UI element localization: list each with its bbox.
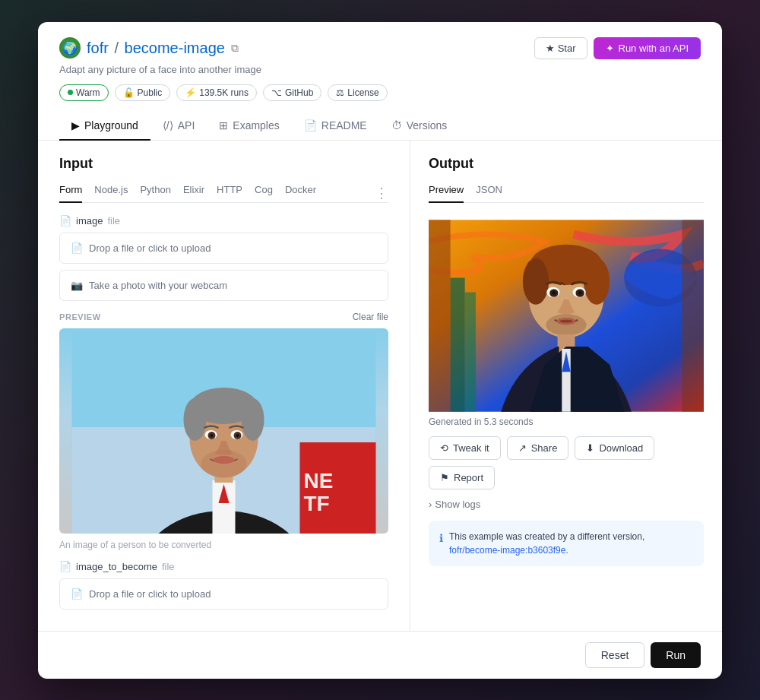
output-title: Output	[429, 156, 704, 172]
bottom-bar: Reset Run	[38, 631, 722, 679]
badge-github[interactable]: ⌥ GitHub	[263, 84, 321, 101]
reset-button[interactable]: Reset	[585, 642, 645, 668]
title-row: 🌍 fofr / become-image ⧉	[59, 37, 239, 59]
svg-rect-25	[451, 277, 465, 411]
download-icon: ⬇	[586, 442, 594, 454]
tab-api[interactable]: ⟨/⟩ API	[150, 112, 207, 141]
subtab-docker[interactable]: Docker	[285, 184, 316, 203]
badge-warm[interactable]: Warm	[59, 84, 109, 101]
input-panel: Input Form Node.js Python Elixir HTTP	[38, 141, 410, 631]
header-actions: ★ Star ✦ Run with an API	[534, 37, 701, 59]
subtab-cog[interactable]: Cog	[255, 184, 273, 203]
tab-examples[interactable]: ⊞ Examples	[207, 112, 291, 141]
clear-file-button[interactable]: Clear file	[353, 312, 388, 322]
runs-icon: ⚡	[185, 87, 196, 98]
input-sub-tabs: Form Node.js Python Elixir HTTP Cog	[59, 184, 388, 203]
tweak-icon: ⟲	[440, 442, 448, 454]
report-button[interactable]: ⚑ Report	[429, 466, 495, 489]
svg-point-30	[584, 258, 610, 304]
badge-runs[interactable]: ⚡ 139.5K runs	[176, 84, 257, 101]
globe-icon: 🌍	[59, 37, 81, 59]
playground-icon: ▶	[71, 119, 80, 131]
sub-tabs-right: ⋮	[375, 184, 388, 202]
subtab-python[interactable]: Python	[140, 184, 170, 203]
webcam-box[interactable]: 📷 Take a photo with your webcam	[59, 270, 388, 301]
svg-point-8	[184, 398, 207, 441]
action-buttons: ⟲ Tweak it ↗ Share ⬇ Download ⚑ Report	[429, 436, 704, 489]
public-icon: 🔓	[123, 87, 135, 98]
svg-point-39	[546, 314, 586, 336]
repo-owner[interactable]: fofr	[87, 40, 109, 56]
star-button[interactable]: ★ Star	[534, 37, 587, 59]
svg-rect-23	[429, 220, 451, 411]
svg-text:NE: NE	[304, 469, 334, 493]
file-field-icon: 📄	[59, 215, 71, 226]
image-to-become-label: 📄 image_to_become file	[59, 561, 388, 572]
svg-point-35	[552, 291, 556, 295]
info-box: ℹ This example was created by a differen…	[429, 521, 704, 566]
badge-public[interactable]: 🔓 Public	[115, 84, 171, 101]
subtab-form[interactable]: Form	[59, 184, 82, 203]
share-button[interactable]: ↗ Share	[507, 436, 569, 460]
repo-title: fofr / become-image	[87, 40, 225, 57]
svg-point-15	[236, 434, 239, 437]
share-icon: ↗	[518, 442, 527, 454]
image-field-label: 📄 image file	[59, 215, 388, 226]
header: 🌍 fofr / become-image ⧉ ★ Star ✦ Run wit…	[38, 22, 722, 141]
badge-warm-label: Warm	[76, 87, 100, 98]
badges-row: Warm 🔓 Public ⚡ 139.5K runs ⌥ GitHub ⚖ L…	[59, 84, 701, 101]
header-top: 🌍 fofr / become-image ⧉ ★ Star ✦ Run wit…	[59, 37, 701, 59]
api-icon: ✦	[606, 43, 614, 54]
svg-point-9	[242, 398, 264, 441]
badge-public-label: Public	[138, 87, 163, 98]
input-title: Input	[59, 156, 388, 172]
image-upload-box[interactable]: 📄 Drop a file or click to upload	[59, 233, 388, 264]
content-area: Input Form Node.js Python Elixir HTTP	[38, 141, 722, 631]
output-subtab-json[interactable]: JSON	[476, 184, 502, 203]
upload-file-icon2: 📄	[71, 588, 83, 600]
tab-playground[interactable]: ▶ Playground	[59, 112, 150, 141]
tab-readme[interactable]: 📄 README	[292, 112, 379, 141]
output-sub-tabs: Preview JSON	[429, 184, 704, 203]
tab-versions[interactable]: ⏱ Versions	[379, 112, 460, 141]
versions-icon: ⏱	[391, 119, 402, 131]
subtitle: Adapt any picture of a face into another…	[59, 64, 701, 75]
nav-tabs: ▶ Playground ⟨/⟩ API ⊞ Examples 📄 README…	[59, 112, 701, 140]
badge-license[interactable]: ⚖ License	[328, 84, 387, 101]
svg-point-36	[578, 291, 582, 295]
image-to-become-upload[interactable]: 📄 Drop a file or click to upload	[59, 578, 388, 610]
dots-menu-icon[interactable]: ⋮	[375, 186, 388, 200]
camera-icon: 📷	[71, 280, 83, 291]
upload-file-icon: 📄	[71, 242, 83, 254]
image-caption: An image of a person to be converted	[59, 540, 388, 550]
svg-point-29	[523, 258, 549, 304]
svg-point-17	[201, 450, 247, 477]
generated-time: Generated in 5.3 seconds	[429, 417, 704, 427]
preview-label-row: PREVIEW Clear file	[59, 312, 388, 322]
run-api-button[interactable]: ✦ Run with an API	[594, 37, 701, 59]
badge-runs-label: 139.5K runs	[199, 87, 249, 98]
subtab-nodejs[interactable]: Node.js	[94, 184, 128, 203]
readme-icon: 📄	[304, 119, 317, 131]
run-button[interactable]: Run	[651, 642, 701, 668]
examples-icon: ⊞	[219, 119, 228, 131]
subtab-http[interactable]: HTTP	[217, 184, 242, 203]
download-button[interactable]: ⬇ Download	[575, 436, 654, 460]
preview-label: PREVIEW	[59, 312, 101, 321]
report-icon: ⚑	[440, 472, 449, 483]
output-subtab-preview[interactable]: Preview	[429, 184, 464, 203]
copy-icon[interactable]: ⧉	[231, 42, 239, 55]
warm-dot	[68, 90, 73, 95]
badge-license-label: License	[347, 87, 378, 98]
preview-image: NE TF	[59, 328, 388, 534]
output-image	[429, 215, 704, 417]
output-panel: Output Preview JSON	[410, 141, 722, 631]
license-icon: ⚖	[336, 87, 344, 98]
repo-name[interactable]: become-image	[125, 40, 225, 56]
tweak-button[interactable]: ⟲ Tweak it	[429, 436, 501, 460]
version-link[interactable]: fofr/become-image:b3603f9e.	[449, 545, 568, 556]
subtab-elixir[interactable]: Elixir	[183, 184, 204, 203]
star-icon: ★	[546, 43, 555, 54]
file-field-icon2: 📄	[59, 561, 71, 572]
show-logs-button[interactable]: › Show logs	[429, 499, 704, 510]
